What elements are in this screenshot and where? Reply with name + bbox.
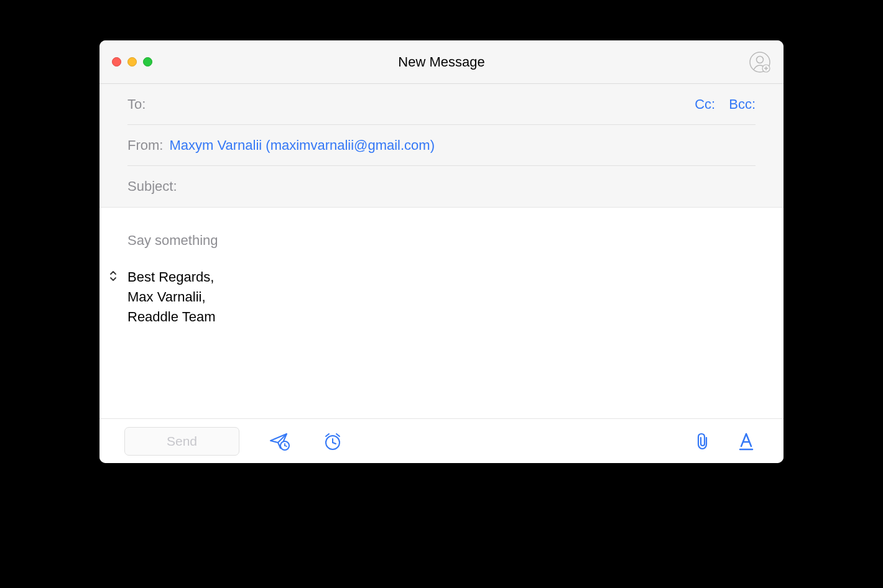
to-label: To: bbox=[127, 96, 146, 113]
window-controls bbox=[112, 57, 152, 67]
svg-line-12 bbox=[336, 434, 340, 436]
to-input[interactable] bbox=[152, 96, 695, 113]
svg-line-7 bbox=[285, 446, 287, 446]
format-button[interactable] bbox=[734, 429, 759, 454]
signature-line: Best Regards, bbox=[127, 267, 756, 287]
add-contact-button[interactable] bbox=[749, 51, 771, 73]
subject-field-row: Subject: bbox=[127, 166, 756, 207]
add-contact-icon bbox=[749, 52, 770, 73]
bcc-link[interactable]: Bcc: bbox=[729, 96, 756, 113]
chevron-updown-icon bbox=[109, 270, 118, 282]
titlebar: New Message bbox=[99, 40, 784, 84]
header-fields: To: Cc: Bcc: From: Maxym Varnalii (maxim… bbox=[99, 84, 784, 208]
svg-line-10 bbox=[333, 443, 336, 444]
from-dropdown[interactable]: Maxym Varnalii (maximvarnalii@gmail.com) bbox=[169, 137, 435, 154]
send-button[interactable]: Send bbox=[124, 427, 239, 456]
close-button[interactable] bbox=[112, 57, 121, 67]
svg-point-1 bbox=[757, 56, 764, 63]
attachment-button[interactable] bbox=[690, 429, 715, 454]
reminder-button[interactable] bbox=[320, 429, 345, 454]
cc-link[interactable]: Cc: bbox=[695, 96, 715, 113]
signature-line: Max Varnalii, bbox=[127, 287, 756, 307]
compose-window: New Message To: Cc: Bcc: From: Maxym Var… bbox=[99, 40, 784, 463]
signature-line: Readdle Team bbox=[127, 307, 756, 327]
send-later-button[interactable] bbox=[267, 429, 292, 454]
signature-toggle[interactable] bbox=[109, 270, 118, 284]
alarm-clock-icon bbox=[323, 431, 343, 451]
subject-label: Subject: bbox=[127, 178, 177, 195]
message-body[interactable]: Say something Best Regards, Max Varnalii… bbox=[99, 208, 784, 418]
body-placeholder: Say something bbox=[127, 232, 756, 249]
subject-input[interactable] bbox=[183, 178, 756, 195]
maximize-button[interactable] bbox=[143, 57, 152, 67]
to-field-row: To: Cc: Bcc: bbox=[127, 84, 756, 125]
paperclip-icon bbox=[694, 432, 711, 451]
minimize-button[interactable] bbox=[127, 57, 137, 67]
compose-toolbar: Send bbox=[99, 418, 784, 463]
from-field-row: From: Maxym Varnalii (maximvarnalii@gmai… bbox=[127, 125, 756, 166]
svg-line-11 bbox=[326, 434, 329, 436]
window-title: New Message bbox=[398, 54, 484, 70]
text-format-icon bbox=[737, 432, 755, 451]
paper-plane-clock-icon bbox=[269, 432, 290, 451]
from-label: From: bbox=[127, 137, 163, 154]
signature-block: Best Regards, Max Varnalii, Readdle Team bbox=[127, 267, 756, 327]
cc-bcc-links: Cc: Bcc: bbox=[695, 96, 756, 113]
